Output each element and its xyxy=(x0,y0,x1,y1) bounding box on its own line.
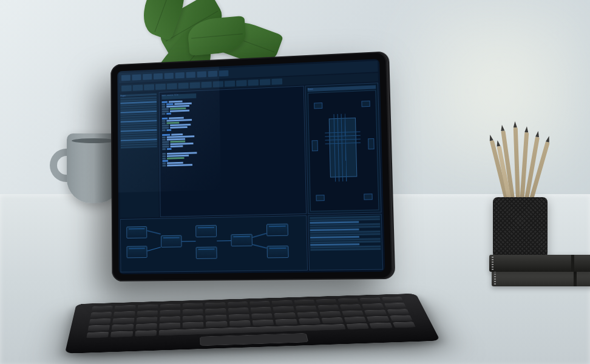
menu-item xyxy=(121,75,131,81)
toolbar-button xyxy=(202,81,212,87)
toolbar-button xyxy=(213,81,223,87)
graph-node xyxy=(196,247,217,259)
graph-node xyxy=(266,224,288,237)
trackpad xyxy=(200,333,308,346)
pencil-holder xyxy=(487,140,554,261)
ide-device-inspector: Device xyxy=(305,83,382,214)
toolbar-button xyxy=(178,83,189,89)
keyboard-folio xyxy=(65,294,441,354)
ide-project-sidebar: Project xyxy=(119,92,158,218)
keyboard-keys xyxy=(86,297,416,338)
toolbar-button xyxy=(260,79,271,86)
peripheral-block xyxy=(316,195,324,201)
tablet-device: Project main source file xyxy=(67,38,443,347)
peripheral-block xyxy=(368,138,375,149)
ide-screen: Project main source file xyxy=(117,59,385,274)
toolbar-button xyxy=(133,85,143,91)
menu-item xyxy=(175,72,185,78)
menu-item xyxy=(132,74,141,80)
toolbar-button xyxy=(155,84,166,90)
graph-node xyxy=(127,246,148,258)
toolbar-button xyxy=(121,85,132,91)
toolbar-button xyxy=(189,82,200,88)
notebook xyxy=(489,255,590,272)
menu-item xyxy=(197,71,206,77)
notebook xyxy=(492,269,590,286)
toolbar-button xyxy=(271,78,282,85)
toolbar-button xyxy=(167,83,177,89)
chip-pinout-diagram xyxy=(308,90,379,211)
peripheral-block xyxy=(312,140,318,151)
editor-tab: main source file xyxy=(161,93,196,99)
graph-node xyxy=(126,226,147,238)
mesh-cup xyxy=(493,197,548,261)
peripheral-block xyxy=(314,103,322,109)
graph-node xyxy=(161,235,182,248)
graph-node xyxy=(267,246,289,258)
toolbar-button xyxy=(236,80,247,87)
ic-package-icon xyxy=(329,117,358,177)
menu-item xyxy=(186,72,195,78)
graph-node xyxy=(231,234,253,247)
graph-node xyxy=(195,225,217,237)
menu-item xyxy=(219,70,229,76)
toolbar-button xyxy=(225,81,235,87)
peripheral-block xyxy=(362,100,370,107)
toolbar-button xyxy=(248,79,259,86)
menu-item xyxy=(164,73,174,79)
pencil xyxy=(514,127,521,206)
ide-node-graph xyxy=(120,215,308,272)
notebook-stack xyxy=(481,253,590,286)
ide-properties-panel xyxy=(308,214,383,270)
toolbar-button xyxy=(144,84,154,90)
menu-item xyxy=(154,73,163,79)
menu-item xyxy=(143,74,152,80)
peripheral-block xyxy=(364,194,373,200)
menu-item xyxy=(208,71,217,77)
ide-code-editor: main source file xyxy=(159,86,307,217)
tablet-body: Project main source file xyxy=(110,52,393,281)
